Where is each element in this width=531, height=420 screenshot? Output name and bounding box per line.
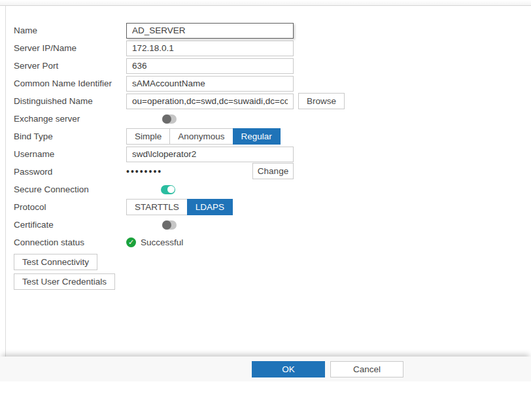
- server-ip-input[interactable]: [126, 41, 294, 56]
- form-row-test-user-credentials: Test User Credentials: [14, 273, 531, 290]
- name-label: Name: [14, 26, 126, 35]
- toggle-knob-icon: [162, 114, 171, 124]
- form-row-name: Name: [14, 22, 531, 39]
- distinguished-name-input[interactable]: [126, 94, 294, 109]
- form-row-username: Username: [14, 146, 531, 162]
- exchange-server-toggle[interactable]: [162, 114, 177, 124]
- name-input[interactable]: [126, 23, 294, 39]
- connection-status-text: Successful: [141, 237, 183, 247]
- certificate-label: Certificate: [14, 220, 126, 230]
- change-password-button[interactable]: Change: [252, 163, 294, 179]
- form-row-bind-type: Bind Type Simple Anonymous Regular: [14, 128, 531, 145]
- certificate-toggle[interactable]: [162, 220, 177, 230]
- server-ip-label: Server IP/Name: [14, 43, 126, 53]
- username-label: Username: [14, 149, 126, 159]
- check-circle-icon: ✓: [126, 237, 136, 247]
- toggle-knob-icon: [167, 186, 175, 193]
- bind-type-label: Bind Type: [14, 131, 126, 141]
- bind-type-option-simple[interactable]: Simple: [126, 128, 170, 145]
- test-user-credentials-button[interactable]: Test User Credentials: [14, 273, 115, 290]
- form-row-password: Password •••••••• Change: [14, 164, 531, 180]
- toggle-knob-icon: [162, 220, 171, 230]
- username-input[interactable]: [126, 147, 294, 162]
- footer-action-bar: OK Cancel: [0, 357, 531, 381]
- password-masked-value: ••••••••: [126, 164, 162, 180]
- protocol-segmented-control: STARTTLS LDAPS: [126, 199, 232, 215]
- exchange-server-label: Exchange server: [14, 114, 126, 124]
- cancel-button[interactable]: Cancel: [330, 361, 403, 377]
- distinguished-name-label: Distinguished Name: [14, 96, 126, 106]
- protocol-label: Protocol: [14, 202, 126, 212]
- form-row-connection-status: Connection status ✓ Successful: [14, 234, 531, 251]
- secure-connection-label: Secure Connection: [14, 184, 126, 194]
- protocol-option-ldaps[interactable]: LDAPS: [187, 199, 233, 215]
- server-port-input[interactable]: [126, 58, 294, 74]
- secure-connection-toggle[interactable]: [161, 185, 175, 194]
- bind-type-option-anonymous[interactable]: Anonymous: [169, 128, 233, 145]
- test-connectivity-button[interactable]: Test Connectivity: [14, 254, 97, 270]
- cn-identifier-label: Common Name Identifier: [14, 79, 126, 88]
- form-row-test-connectivity: Test Connectivity: [14, 254, 531, 270]
- ldap-server-form-panel: Name Server IP/Name Server Port Common N…: [0, 5, 531, 357]
- bind-type-segmented-control: Simple Anonymous Regular: [126, 128, 280, 145]
- form-row-secure-connection: Secure Connection: [14, 181, 531, 198]
- form-row-cn-identifier: Common Name Identifier: [14, 75, 531, 92]
- form-row-certificate: Certificate: [14, 217, 531, 233]
- form-row-exchange-server: Exchange server: [14, 111, 531, 127]
- bind-type-option-regular[interactable]: Regular: [233, 128, 281, 145]
- browse-button[interactable]: Browse: [298, 93, 345, 109]
- connection-status-value: ✓ Successful: [126, 237, 183, 247]
- form-row-distinguished-name: Distinguished Name Browse: [14, 93, 531, 109]
- form-row-server-port: Server Port: [14, 58, 531, 74]
- form-row-server-ip: Server IP/Name: [14, 40, 531, 56]
- cn-identifier-input[interactable]: [126, 76, 294, 92]
- protocol-option-starttls[interactable]: STARTTLS: [126, 199, 188, 215]
- server-port-label: Server Port: [14, 61, 126, 71]
- form-row-protocol: Protocol STARTTLS LDAPS: [14, 199, 531, 215]
- password-label: Password: [14, 167, 126, 177]
- page-top-gap: [0, 0, 531, 5]
- ok-button[interactable]: OK: [252, 361, 325, 377]
- connection-status-label: Connection status: [14, 237, 126, 247]
